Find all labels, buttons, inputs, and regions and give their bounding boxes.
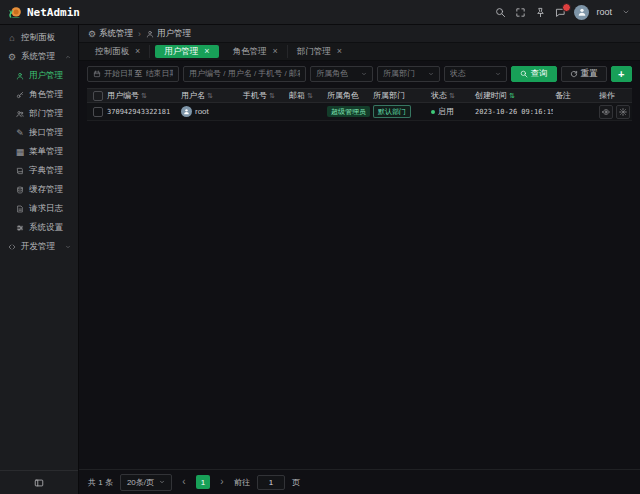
- document-icon: [15, 204, 25, 214]
- row-settings-button[interactable]: [616, 105, 630, 119]
- username-label[interactable]: root: [596, 7, 612, 17]
- next-page-button[interactable]: ›: [217, 477, 227, 487]
- select-all-checkbox[interactable]: [93, 91, 103, 101]
- keyword-search-field: [183, 66, 306, 82]
- pagination-bar: 共 1 条 20条/页 ‹ 1 › 前往 页: [79, 469, 640, 494]
- sidebar-item-dictionary[interactable]: 字典管理: [0, 161, 78, 180]
- user-menu-chevron-down-icon[interactable]: [619, 6, 632, 19]
- tab-label: 用户管理: [164, 46, 198, 58]
- sidebar-item-api[interactable]: ✎ 接口管理: [0, 123, 78, 142]
- col-created-at[interactable]: 创建时间 ⇅: [473, 90, 553, 101]
- key-icon: [15, 90, 25, 100]
- sort-icon[interactable]: ⇅: [141, 92, 147, 100]
- tab-departments[interactable]: 部门管理 ×: [288, 45, 351, 58]
- chevron-down-icon: [361, 71, 367, 77]
- col-email[interactable]: 邮箱 ⇅: [287, 90, 325, 101]
- database-icon: [15, 185, 25, 195]
- breadcrumb-item-system[interactable]: ⚙ 系统管理: [88, 28, 133, 40]
- breadcrumb-label: 系统管理: [99, 28, 133, 40]
- sidebar-item-cache[interactable]: 缓存管理: [0, 180, 78, 199]
- sort-icon-active[interactable]: ⇅: [509, 92, 515, 100]
- reset-button-label: 重置: [581, 68, 598, 80]
- role-select[interactable]: 所属角色: [310, 66, 373, 82]
- pin-icon[interactable]: [534, 6, 547, 19]
- reset-button[interactable]: 重置: [561, 66, 607, 82]
- col-status[interactable]: 状态 ⇅: [429, 90, 473, 101]
- sort-icon[interactable]: ⇅: [207, 92, 213, 100]
- tab-users[interactable]: 用户管理 ×: [155, 45, 218, 58]
- user-avatar[interactable]: [574, 5, 589, 20]
- date-start-placeholder: 开始日期: [104, 68, 132, 79]
- collapse-sidebar-icon[interactable]: [33, 477, 45, 489]
- date-range-picker[interactable]: 开始日期 至 结束日期: [87, 66, 179, 82]
- sidebar-item-label: 系统管理: [21, 51, 55, 63]
- sidebar-item-label: 开发管理: [21, 241, 55, 253]
- message-icon[interactable]: [554, 6, 567, 19]
- tab-roles[interactable]: 角色管理 ×: [224, 45, 288, 58]
- keyword-input[interactable]: [189, 69, 300, 78]
- sidebar-item-dashboard[interactable]: ⌂ 控制面板: [0, 28, 78, 47]
- sidebar-item-roles[interactable]: 角色管理: [0, 85, 78, 104]
- sidebar-item-label: 缓存管理: [29, 184, 63, 196]
- close-icon[interactable]: ×: [337, 47, 342, 56]
- role-tag: 超级管理员: [327, 106, 370, 117]
- sidebar-item-request-logs[interactable]: 请求日志: [0, 199, 78, 218]
- breadcrumb-label: 用户管理: [157, 28, 191, 40]
- sidebar-item-departments[interactable]: 部门管理: [0, 104, 78, 123]
- prev-page-button[interactable]: ‹: [179, 477, 189, 487]
- row-checkbox[interactable]: [93, 107, 103, 117]
- fullscreen-icon[interactable]: [514, 6, 527, 19]
- role-select-placeholder: 所属角色: [316, 68, 348, 79]
- sidebar-item-system-settings[interactable]: 系统设置: [0, 218, 78, 237]
- sort-icon[interactable]: ⇅: [269, 92, 275, 100]
- sidebar-item-label: 接口管理: [29, 127, 63, 139]
- sidebar: ⌂ 控制面板 ⚙ 系统管理 用户管理: [0, 25, 79, 494]
- sidebar-item-label: 字典管理: [29, 165, 63, 177]
- status-text: 启用: [438, 106, 454, 117]
- close-icon[interactable]: ×: [135, 47, 140, 56]
- plus-icon: +: [618, 68, 624, 80]
- chevron-down-icon: [65, 244, 71, 250]
- view-button[interactable]: [599, 105, 613, 119]
- sort-icon[interactable]: ⇅: [449, 92, 455, 100]
- col-username[interactable]: 用户名 ⇅: [179, 90, 241, 101]
- snail-logo-icon: [8, 5, 23, 20]
- close-icon[interactable]: ×: [204, 47, 209, 56]
- sidebar-item-menus[interactable]: ▦ 菜单管理: [0, 142, 78, 161]
- sidebar-item-label: 请求日志: [29, 203, 63, 215]
- sidebar-group-system[interactable]: ⚙ 系统管理: [0, 47, 78, 66]
- main-area: ⚙ 系统管理 › 用户管理 控制面板 × 用户管理 ×: [79, 25, 640, 494]
- sidebar-group-development[interactable]: 开发管理: [0, 237, 78, 256]
- sidebar-item-label: 用户管理: [29, 70, 63, 82]
- current-page-button[interactable]: 1: [196, 475, 210, 489]
- sidebar-item-users[interactable]: 用户管理: [0, 66, 78, 85]
- search-button[interactable]: 查询: [511, 66, 557, 82]
- user-icon: [15, 71, 25, 81]
- add-user-button[interactable]: +: [611, 66, 633, 82]
- sidebar-item-label: 角色管理: [29, 89, 63, 101]
- table-header-row: 用户编号 ⇅ 用户名 ⇅ 手机号 ⇅ 邮箱 ⇅: [87, 88, 632, 103]
- breadcrumb-item-users[interactable]: 用户管理: [146, 28, 191, 40]
- chevron-down-icon: [159, 479, 165, 485]
- cell-actions: [597, 105, 632, 119]
- col-phone[interactable]: 手机号 ⇅: [241, 90, 287, 101]
- tabs-bar: 控制面板 × 用户管理 × 角色管理 × 部门管理 ×: [79, 43, 640, 61]
- sort-icon[interactable]: ⇅: [307, 92, 313, 100]
- tab-label: 角色管理: [233, 46, 267, 58]
- app-window: NetAdmin root ⌂ 控制面板: [0, 0, 640, 494]
- goto-page-input[interactable]: [257, 475, 285, 490]
- col-remark: 备注: [553, 90, 597, 101]
- status-select[interactable]: 状态: [444, 66, 507, 82]
- tab-label: 部门管理: [297, 46, 331, 58]
- search-icon: [520, 70, 528, 78]
- username-text: root: [195, 107, 209, 116]
- col-user-id[interactable]: 用户编号 ⇅: [105, 90, 179, 101]
- search-icon[interactable]: [494, 6, 507, 19]
- table-row: 370942943322181 root 超级管理员: [87, 103, 632, 121]
- tab-dashboard[interactable]: 控制面板 ×: [86, 45, 150, 58]
- close-icon[interactable]: ×: [273, 47, 278, 56]
- department-select[interactable]: 所属部门: [377, 66, 440, 82]
- page-size-select[interactable]: 20条/页: [120, 474, 172, 491]
- cell-status: 启用: [429, 106, 473, 117]
- col-role: 所属角色: [325, 90, 371, 101]
